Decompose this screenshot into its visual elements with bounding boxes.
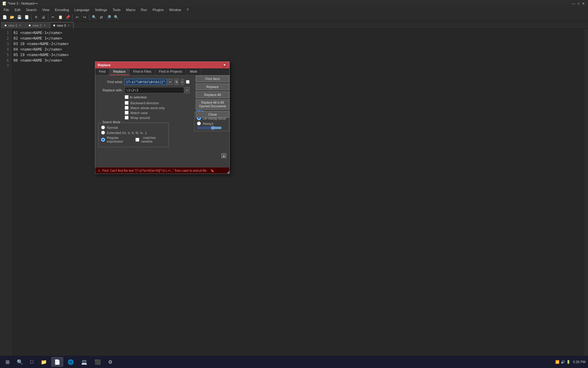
paste-btn[interactable]: 📌: [64, 14, 71, 21]
find-dropdown-btn[interactable]: ▾: [168, 79, 172, 85]
tab-close-new1[interactable]: ✕: [19, 24, 21, 27]
find-what-input[interactable]: [125, 79, 167, 85]
find-next-btn[interactable]: Find Next: [196, 75, 229, 82]
maximize-btn[interactable]: □: [576, 1, 581, 6]
matches-newline-checkbox[interactable]: [135, 138, 139, 142]
line-numbers: 1 2 3 4 5 6 7: [0, 29, 11, 361]
tray-network[interactable]: 📶: [555, 360, 560, 364]
dialog-tab-mark[interactable]: Mark: [186, 68, 201, 75]
replace-btn[interactable]: ⇄: [98, 14, 105, 21]
copy-btn[interactable]: 📋: [57, 14, 64, 21]
menu-help[interactable]: ?: [184, 7, 191, 12]
tab-new2[interactable]: new 2 ✕: [25, 22, 49, 29]
replace-with-input-group: ▾: [125, 87, 190, 93]
radio-extended-label: Extended (\n, \r, \t, \0, \x...): [107, 131, 147, 135]
save-all-btn[interactable]: 📑: [23, 14, 30, 21]
undo-btn[interactable]: ↩: [74, 14, 81, 21]
replace-dropdown-btn[interactable]: ▾: [185, 87, 190, 93]
find-checkbox-extra[interactable]: [186, 80, 190, 84]
code-line-4: 04 <name>NAME 2</name>: [13, 47, 582, 52]
radio-regex-input[interactable]: [101, 138, 105, 142]
code-btn[interactable]: 💻: [78, 357, 90, 367]
app-icon: 📝: [2, 2, 7, 6]
radio-always-input[interactable]: [197, 121, 201, 125]
minimize-btn[interactable]: —: [571, 1, 576, 6]
replace-with-input[interactable]: [125, 87, 184, 93]
redo-btn[interactable]: ↪: [81, 14, 88, 21]
menu-run[interactable]: Run: [138, 7, 149, 12]
match-whole-word-checkbox[interactable]: [125, 106, 129, 110]
close-dialog-btn[interactable]: Close: [196, 111, 229, 118]
settings-taskbar-btn[interactable]: ⚙: [105, 357, 115, 367]
menu-edit[interactable]: Edit: [12, 7, 23, 12]
dialog-tab-find[interactable]: Find: [95, 68, 109, 75]
start-btn[interactable]: ⊞: [2, 357, 13, 367]
replace-btn[interactable]: Replace: [196, 83, 229, 90]
terminal-btn[interactable]: ⬛: [92, 357, 104, 367]
tab-close-new2[interactable]: ✕: [43, 24, 46, 27]
menu-file[interactable]: File: [1, 7, 12, 12]
menu-encoding[interactable]: Encoding: [52, 7, 71, 12]
menu-language[interactable]: Language: [72, 7, 92, 12]
menu-view[interactable]: View: [40, 7, 52, 12]
open-btn[interactable]: 📂: [9, 14, 15, 21]
line-num-4: 4: [0, 47, 9, 52]
error-help-icon[interactable]: 🔖: [210, 169, 214, 172]
cut-btn[interactable]: ✂: [50, 14, 56, 21]
tab-new3[interactable]: new 3 ✕: [50, 22, 74, 29]
explorer-btn[interactable]: 📁: [38, 357, 50, 367]
close-btn-tb[interactable]: ✕: [33, 14, 40, 21]
zoom-out-btn[interactable]: 🔍: [113, 14, 119, 21]
find-what-input-group: ▾: [125, 79, 172, 85]
search-taskbar-btn[interactable]: 🔍: [14, 357, 26, 367]
menu-window[interactable]: Window: [167, 7, 183, 12]
matches-newline-label: . matches newline: [141, 136, 166, 143]
tray-volume[interactable]: 🔊: [561, 360, 565, 364]
find-extra-btn[interactable]: ▾: [181, 79, 184, 85]
sys-tray: 📶 🔊 🔋: [555, 360, 571, 364]
swap-btn[interactable]: ⇅: [174, 79, 179, 85]
replace-dialog: Replace ✕ Find Replace Find in Files Fin…: [95, 61, 230, 174]
match-case-checkbox[interactable]: [125, 111, 129, 115]
task-view-btn[interactable]: □: [27, 357, 36, 367]
editor-scrollbar[interactable]: [584, 29, 588, 361]
close-btn[interactable]: ✕: [581, 1, 586, 6]
replace-all-btn[interactable]: Replace All: [196, 91, 229, 98]
menu-search[interactable]: Search: [24, 7, 39, 12]
backward-direction-label: Backward direction: [130, 101, 159, 105]
dialog-body: Find what: ▾ ⇅ ▾ Replace with: ▾: [95, 75, 229, 167]
dialog-tab-find-in-files[interactable]: Find in Files: [130, 68, 155, 75]
tab-close-new3[interactable]: ✕: [68, 24, 70, 27]
line-num-5: 5: [0, 52, 9, 58]
zoom-in-btn[interactable]: 🔎: [105, 14, 112, 21]
print-btn[interactable]: 🖨: [40, 14, 47, 21]
radio-normal-input[interactable]: [101, 125, 105, 129]
tray-battery[interactable]: 🔋: [566, 360, 571, 364]
radio-extended-input[interactable]: [101, 131, 105, 135]
up-arrow-btn[interactable]: ▲: [221, 153, 226, 158]
dialog-tab-find-in-projects[interactable]: Find in Projects: [155, 68, 186, 75]
tab-new1[interactable]: new 1 ✕: [1, 22, 25, 29]
match-case-label: Match case: [130, 111, 148, 115]
taskbar-time[interactable]: 5:26 PM: [573, 360, 586, 364]
transparency-slider[interactable]: [197, 127, 221, 129]
new-btn[interactable]: 📄: [1, 14, 8, 21]
dialog-close-icon[interactable]: ✕: [222, 63, 227, 67]
menu-settings[interactable]: Settings: [92, 7, 110, 12]
menu-plugins[interactable]: Plugins: [150, 7, 166, 12]
save-btn[interactable]: 💾: [16, 14, 23, 21]
dialog-tab-replace[interactable]: Replace: [109, 68, 129, 75]
menu-macro[interactable]: Macro: [123, 7, 138, 12]
notepad-taskbar-btn[interactable]: 📄: [51, 357, 63, 367]
resize-handle[interactable]: ◢: [226, 170, 229, 174]
line-num-3: 3: [0, 41, 9, 47]
toolbar: 📄 📂 💾 📑 ✕ 🖨 ✂ 📋 📌 ↩ ↪ 🔍 ⇄ 🔎 🔍: [0, 13, 588, 21]
menu-tools[interactable]: Tools: [110, 7, 123, 12]
in-selection-checkbox[interactable]: [125, 95, 129, 99]
replace-all-docs-btn[interactable]: Replace All in All Opened Documents: [196, 99, 229, 110]
browser-btn[interactable]: 🌐: [65, 357, 77, 367]
wrap-around-checkbox[interactable]: [125, 116, 129, 120]
backward-direction-checkbox[interactable]: [125, 101, 129, 105]
tab-label-new1: new 1: [8, 24, 17, 27]
find-btn[interactable]: 🔍: [91, 14, 97, 21]
